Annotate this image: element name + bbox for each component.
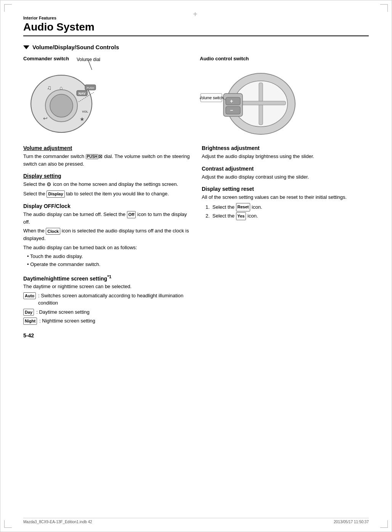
svg-text:VOL: VOL <box>82 110 88 113</box>
day-entry: Day : Daytime screen setting <box>23 308 190 316</box>
audio-switch-svg: + − Volume switch <box>200 64 299 136</box>
svg-text:↩: ↩ <box>43 115 48 121</box>
reset-step-2: 2. Select the Yes icon. <box>206 211 369 220</box>
display-setting-section: Display setting Select the ⚙ icon on the… <box>23 173 190 198</box>
display-off-clock-section: Display OFF/Clock The audio display can … <box>23 203 190 269</box>
commander-diagram-wrapper: Volume dial NAV PUSH <box>23 64 107 137</box>
display-tag: Display <box>47 190 64 198</box>
display-setting-text2: Select the Display tab to select the ite… <box>23 190 190 198</box>
display-off-clock-heading: Display OFF/Clock <box>23 203 190 209</box>
auto-text: : Switches screen automatically accordin… <box>38 292 190 307</box>
display-reset-steps: 1. Select the Reset icon. 2. Select the … <box>202 203 369 221</box>
daytime-nighttime-heading: Daytime/nighttime screen setting*1 <box>23 274 190 282</box>
contrast-section: Contrast adjustment Adjust the audio dis… <box>202 166 369 181</box>
svg-line-0 <box>88 60 92 70</box>
display-reset-heading: Display setting reset <box>202 186 369 192</box>
triangle-icon <box>23 45 29 49</box>
corner-mark-br <box>380 520 388 528</box>
brightness-heading: Brightness adjustment <box>202 145 369 151</box>
center-cross-top <box>192 12 200 19</box>
svg-text:NAV: NAV <box>79 92 85 95</box>
commander-switch-svg: NAV PUSH ♫ ⌂ VOL ↩ ★ <box>23 64 107 136</box>
display-off-text3: The audio display can be turned back on … <box>23 244 190 251</box>
commander-label: Commander switch <box>23 56 192 61</box>
main-content: Volume adjustment Turn the commander swi… <box>23 145 369 339</box>
svg-text:PUSH: PUSH <box>87 87 94 89</box>
audio-diagram-wrapper: + − Volume switch <box>200 64 299 137</box>
push-tag: PUSH <box>86 154 99 159</box>
contrast-text: Adjust the audio display contrast using … <box>202 173 369 181</box>
brightness-text: Adjust the audio display brightness usin… <box>202 153 369 160</box>
volume-adjustment-text: Turn the commander switch PUSH⊠ dial. Th… <box>23 153 190 168</box>
corner-mark-tr <box>380 4 388 12</box>
day-tag: Day <box>23 309 34 316</box>
display-reset-text: All of the screen setting values can be … <box>202 193 369 201</box>
day-text: : Daytime screen setting <box>36 308 89 316</box>
display-setting-heading: Display setting <box>23 173 190 179</box>
reset-step-1: 1. Select the Reset icon. <box>206 203 369 211</box>
corner-mark-bl <box>4 520 12 528</box>
page-number: 5-42 <box>23 332 190 339</box>
volume-adjustment-section: Volume adjustment Turn the commander swi… <box>23 145 190 168</box>
footer-right: 2013/05/17 11:50:37 <box>334 520 369 524</box>
section-title: Volume/Display/Sound Controls <box>23 44 369 50</box>
display-setting-text1: Select the ⚙ icon on the home screen and… <box>23 181 190 189</box>
volume-adjustment-heading: Volume adjustment <box>23 145 190 151</box>
gear-icon: ⚙ <box>47 181 51 189</box>
volume-dial-arrow <box>82 59 98 74</box>
svg-text:⌂: ⌂ <box>59 85 63 91</box>
daytime-nighttime-text1: The daytime or nighttime screen can be s… <box>23 283 190 290</box>
left-column: Volume adjustment Turn the commander swi… <box>23 145 190 339</box>
night-text: : Nighttime screen setting <box>39 317 95 325</box>
footer: Mazda3_8CX9-EA-13F_Edition1.indb 42 2013… <box>23 518 369 524</box>
svg-text:+: + <box>230 98 233 104</box>
reset-tag: Reset <box>236 203 251 211</box>
display-off-text1: The audio display can be turned off. Sel… <box>23 211 190 226</box>
daytime-nighttime-heading-text: Daytime/nighttime screen setting <box>23 275 107 281</box>
svg-text:♫: ♫ <box>47 84 51 91</box>
display-off-text2: When the Clock icon is selected the audi… <box>23 227 190 242</box>
clock-tag: Clock <box>46 228 60 235</box>
audio-control-area: Audio control switch + − <box>200 56 369 137</box>
superscript: *1 <box>107 274 111 279</box>
right-column: Brightness adjustment Adjust the audio d… <box>202 145 369 339</box>
section-title-text: Volume/Display/Sound Controls <box>32 44 119 50</box>
diagram-area: Commander switch Volume dial NAV <box>23 56 369 137</box>
contrast-heading: Contrast adjustment <box>202 166 369 172</box>
audio-control-label: Audio control switch <box>200 56 369 61</box>
night-tag: Night <box>23 318 37 325</box>
bullet-item-1: Touch the audio display. <box>27 253 190 261</box>
svg-text:★: ★ <box>80 116 85 122</box>
auto-tag: Auto <box>23 292 36 300</box>
display-reset-section: Display setting reset All of the screen … <box>202 186 369 220</box>
svg-point-3 <box>50 94 73 117</box>
commander-switch-area: Commander switch Volume dial NAV <box>23 56 192 137</box>
brightness-section: Brightness adjustment Adjust the audio d… <box>202 145 369 160</box>
svg-text:−: − <box>230 107 233 113</box>
page-container: Interior Features Audio System Volume/Di… <box>0 0 392 532</box>
yes-tag: Yes <box>236 212 246 221</box>
page-title: Audio System <box>23 21 369 36</box>
night-entry: Night : Nighttime screen setting <box>23 317 190 325</box>
bullet-item-2: Operate the commander switch. <box>27 261 190 269</box>
daytime-nighttime-section: Daytime/nighttime screen setting*1 The d… <box>23 274 190 325</box>
footer-left: Mazda3_8CX9-EA-13F_Edition1.indb 42 <box>23 520 92 524</box>
display-off-bullets: Touch the audio display. Operate the com… <box>23 253 190 269</box>
auto-entry: Auto : Switches screen automatically acc… <box>23 292 190 307</box>
svg-text:Volume switch: Volume switch <box>200 96 223 100</box>
svg-rect-17 <box>236 101 286 105</box>
off-tag: Off <box>127 211 136 218</box>
corner-mark-tl <box>4 4 12 12</box>
